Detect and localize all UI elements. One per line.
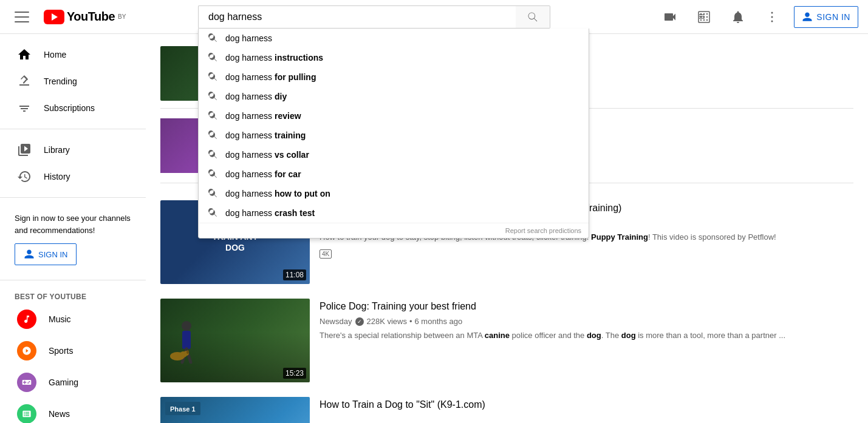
sidebar-item-music[interactable]: Music bbox=[2, 303, 143, 335]
sign-in-label: SIGN IN bbox=[816, 12, 850, 22]
autocomplete-dropdown: dog harness dog harness instructions dog… bbox=[198, 29, 589, 239]
sidebar: Home Trending Subscriptions Library bbox=[0, 34, 146, 423]
sidebar-item-library-label: Library bbox=[44, 145, 70, 155]
autocomplete-item[interactable]: dog harness review bbox=[199, 106, 589, 126]
4k-badge: 4K bbox=[320, 249, 332, 259]
search-input[interactable] bbox=[198, 5, 516, 29]
person-icon-sidebar bbox=[24, 249, 35, 260]
sidebar-item-history-label: History bbox=[44, 172, 70, 181]
autocomplete-text-9: dog harness how to put on bbox=[225, 189, 330, 198]
sidebar-sign-in-label: SIGN IN bbox=[38, 250, 67, 259]
header-right: SIGN IN bbox=[658, 5, 858, 29]
video-info-3: How to Train a Dog to "Sit" (K9-1.com) bbox=[320, 397, 853, 423]
sidebar-item-home-label: Home bbox=[44, 50, 66, 59]
verified-icon-2: ✓ bbox=[355, 317, 364, 326]
sidebar-item-subscriptions[interactable]: Subscriptions bbox=[2, 95, 143, 121]
police-dog-illustration bbox=[165, 317, 208, 377]
apps-button[interactable] bbox=[692, 5, 716, 29]
video-thumbnail-3[interactable]: Phase 1 bbox=[160, 397, 310, 423]
svg-point-6 bbox=[706, 16, 708, 17]
sit-dog-illustration bbox=[211, 411, 259, 423]
search-icon bbox=[208, 72, 218, 82]
hamburger-menu-button[interactable] bbox=[10, 5, 34, 29]
autocomplete-text-6: dog harness training bbox=[225, 130, 306, 140]
sidebar-item-news[interactable]: News bbox=[2, 398, 143, 423]
svg-point-8 bbox=[703, 19, 705, 20]
autocomplete-item[interactable]: dog harness bbox=[199, 29, 589, 48]
autocomplete-text-8: dog harness for car bbox=[225, 169, 301, 179]
music-icon bbox=[17, 310, 36, 329]
svg-point-9 bbox=[706, 19, 708, 20]
search-section: dog harness dog harness instructions dog… bbox=[162, 5, 587, 29]
video-title-2[interactable]: Police Dog: Training your best friend bbox=[320, 300, 853, 313]
sidebar-divider-2 bbox=[0, 197, 146, 198]
autocomplete-item[interactable]: dog harness instructions bbox=[199, 48, 589, 67]
sidebar-item-history[interactable]: History bbox=[2, 163, 143, 190]
svg-rect-20 bbox=[182, 331, 191, 349]
sports-icon bbox=[17, 341, 36, 360]
search-container: dog harness dog harness instructions dog… bbox=[198, 5, 550, 29]
autocomplete-text-10: dog harness crash test bbox=[225, 208, 315, 218]
search-icon bbox=[208, 208, 218, 218]
logo-country: BY bbox=[118, 13, 126, 20]
sidebar-sign-in-button[interactable]: SIGN IN bbox=[15, 243, 77, 265]
sign-in-button[interactable]: SIGN IN bbox=[794, 6, 858, 28]
video-title-3[interactable]: How to Train a Dog to "Sit" (K9-1.com) bbox=[320, 398, 853, 411]
video-views-2: 228K views bbox=[366, 317, 406, 326]
logo-text: YouTube bbox=[67, 10, 115, 24]
search-icon bbox=[208, 33, 218, 43]
autocomplete-text-7: dog harness vs collar bbox=[225, 150, 309, 160]
autocomplete-item[interactable]: dog harness vs collar bbox=[199, 145, 589, 164]
youtube-logo-icon bbox=[44, 10, 64, 24]
notifications-button[interactable] bbox=[726, 5, 750, 29]
search-icon bbox=[208, 111, 218, 121]
sidebar-divider-1 bbox=[0, 129, 146, 129]
youtube-logo[interactable]: YouTubeBY bbox=[44, 10, 126, 24]
autocomplete-text-4: dog harness diy bbox=[225, 92, 287, 101]
video-time-2: 6 months ago bbox=[415, 317, 463, 326]
sidebar-item-gaming-label: Gaming bbox=[49, 377, 78, 387]
autocomplete-item[interactable]: dog harness for car bbox=[199, 164, 589, 184]
sign-in-prompt-text: Sign in now to see your channels and rec… bbox=[15, 212, 131, 236]
video-item-2: 15:23 Police Dog: Training your best fri… bbox=[160, 291, 853, 390]
svg-point-3 bbox=[706, 13, 708, 14]
sidebar-item-library[interactable]: Library bbox=[2, 137, 143, 163]
svg-point-12 bbox=[771, 20, 773, 22]
sidebar-divider-3 bbox=[0, 280, 146, 280]
video-badge-1: 4K bbox=[320, 247, 853, 259]
autocomplete-item[interactable]: dog harness crash test bbox=[199, 203, 589, 223]
autocomplete-text-1: dog harness bbox=[225, 33, 272, 43]
autocomplete-item[interactable]: dog harness for pulling bbox=[199, 67, 589, 87]
autocomplete-text-5: dog harness review bbox=[225, 111, 301, 121]
autocomplete-item[interactable]: dog harness training bbox=[199, 126, 589, 145]
news-icon bbox=[17, 404, 36, 423]
more-options-icon bbox=[765, 10, 779, 24]
sidebar-item-gaming[interactable]: Gaming bbox=[2, 367, 143, 398]
video-thumbnail-2[interactable]: 15:23 bbox=[160, 299, 310, 382]
sign-in-section: Sign in now to see your channels and rec… bbox=[0, 205, 146, 272]
video-info-2: Police Dog: Training your best friend Ne… bbox=[320, 299, 853, 382]
upload-button[interactable] bbox=[658, 5, 682, 29]
sidebar-item-home[interactable]: Home bbox=[2, 41, 143, 68]
notifications-icon bbox=[731, 10, 745, 24]
upload-icon bbox=[663, 10, 677, 24]
sidebar-item-trending[interactable]: Trending bbox=[2, 68, 143, 95]
more-options-button[interactable] bbox=[760, 5, 784, 29]
gaming-icon bbox=[17, 373, 36, 392]
video-duration-1: 11:08 bbox=[283, 269, 306, 280]
search-button-icon bbox=[527, 11, 539, 23]
search-button[interactable] bbox=[516, 5, 550, 29]
person-icon bbox=[802, 12, 813, 22]
svg-point-2 bbox=[703, 13, 705, 14]
sidebar-item-trending-label: Trending bbox=[44, 76, 77, 86]
autocomplete-item[interactable]: dog harness how to put on bbox=[199, 184, 589, 203]
subscriptions-icon bbox=[17, 101, 32, 115]
history-icon bbox=[17, 169, 32, 184]
autocomplete-item[interactable]: dog harness diy bbox=[199, 87, 589, 106]
library-icon bbox=[17, 143, 32, 157]
apps-icon bbox=[697, 10, 711, 24]
svg-point-7 bbox=[700, 19, 702, 20]
report-predictions-link[interactable]: Report search predictions bbox=[199, 223, 589, 238]
sidebar-item-sports[interactable]: Sports bbox=[2, 335, 143, 367]
video-channel-2[interactable]: Newsday bbox=[320, 317, 352, 326]
